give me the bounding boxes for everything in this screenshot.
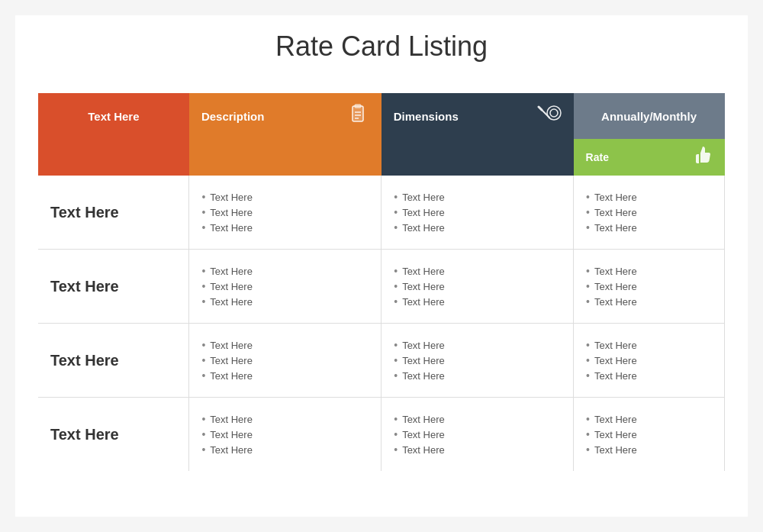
list-item: Text Here: [394, 368, 561, 383]
row-0-name: Text Here: [38, 176, 189, 250]
row-0-rate: Text HereText HereText Here: [574, 176, 725, 250]
row-0-dimensions: Text HereText HereText Here: [382, 176, 574, 250]
list-item: Text Here: [394, 442, 561, 457]
tape-measure-icon: [536, 102, 562, 130]
col2-header-label: Description: [201, 110, 265, 123]
list-item: Text Here: [394, 205, 561, 220]
table-row: Text HereText HereText HereText HereText…: [38, 398, 725, 472]
list-item: Text Here: [394, 189, 561, 205]
list-item: Text Here: [586, 279, 712, 294]
col1-subheader: [38, 139, 189, 176]
col-dimensions-header: Dimensions: [382, 93, 574, 139]
col4-rate-label: Rate: [586, 151, 609, 163]
list-item: Text Here: [394, 263, 561, 279]
list-item: Text Here: [586, 427, 712, 442]
col-name-header: Text Here: [38, 93, 189, 139]
row-1-rate: Text HereText HereText Here: [574, 250, 725, 324]
col-annually-header: Annually/Monthly: [574, 93, 725, 139]
col3-subheader: [382, 139, 574, 176]
row-1-description: Text HereText HereText Here: [189, 250, 382, 324]
page-title: Rate Card Listing: [38, 31, 725, 70]
list-item: Text Here: [201, 220, 369, 235]
table-row: Text HereText HereText HereText HereText…: [38, 176, 725, 250]
list-item: Text Here: [201, 353, 369, 368]
list-item: Text Here: [394, 220, 561, 235]
list-item: Text Here: [586, 220, 712, 235]
col3-header-label: Dimensions: [394, 110, 459, 123]
list-item: Text Here: [586, 263, 712, 279]
thumbsup-icon: [693, 145, 713, 169]
list-item: Text Here: [586, 368, 712, 383]
list-item: Text Here: [201, 279, 369, 294]
list-item: Text Here: [201, 411, 369, 427]
list-item: Text Here: [201, 442, 369, 457]
row-2-name: Text Here: [38, 324, 189, 398]
row-3-dimensions: Text HereText HereText Here: [382, 398, 574, 472]
svg-rect-1: [355, 105, 361, 108]
row-1-dimensions: Text HereText HereText Here: [382, 250, 574, 324]
list-item: Text Here: [201, 263, 369, 279]
list-item: Text Here: [201, 189, 369, 205]
row-2-dimensions: Text HereText HereText Here: [382, 324, 574, 398]
row-1-name: Text Here: [38, 250, 189, 324]
row-3-description: Text HereText HereText Here: [189, 398, 382, 472]
list-item: Text Here: [201, 427, 369, 442]
list-item: Text Here: [394, 411, 561, 427]
col-description-header: Description: [189, 93, 382, 139]
list-item: Text Here: [201, 337, 369, 353]
row-2-rate: Text HereText HereText Here: [574, 324, 725, 398]
list-item: Text Here: [394, 279, 561, 294]
page-wrapper: Rate Card Listing Text Here Description: [15, 15, 748, 517]
list-item: Text Here: [394, 294, 561, 309]
list-item: Text Here: [586, 337, 712, 353]
list-item: Text Here: [586, 411, 712, 427]
svg-rect-0: [353, 106, 363, 121]
row-3-rate: Text HereText HereText Here: [574, 398, 725, 472]
rate-table: Text Here Description: [38, 93, 725, 471]
col-rate-header: Rate: [574, 139, 725, 176]
list-item: Text Here: [586, 205, 712, 220]
clipboard-icon: [346, 102, 369, 130]
list-item: Text Here: [586, 189, 712, 205]
col2-subheader: [189, 139, 382, 176]
list-item: Text Here: [394, 337, 561, 353]
list-item: Text Here: [394, 353, 561, 368]
svg-line-8: [539, 107, 542, 110]
col4-top-header-label: Annually/Monthly: [601, 110, 697, 123]
list-item: Text Here: [201, 205, 369, 220]
table-row: Text HereText HereText HereText HereText…: [38, 324, 725, 398]
list-item: Text Here: [586, 353, 712, 368]
row-2-description: Text HereText HereText Here: [189, 324, 382, 398]
list-item: Text Here: [201, 368, 369, 383]
row-3-name: Text Here: [38, 398, 189, 472]
table-row: Text HereText HereText HereText HereText…: [38, 250, 725, 324]
col1-header-label: Text Here: [88, 110, 139, 123]
list-item: Text Here: [586, 294, 712, 309]
row-0-description: Text HereText HereText Here: [189, 176, 382, 250]
svg-point-6: [550, 109, 558, 117]
list-item: Text Here: [394, 427, 561, 442]
list-item: Text Here: [201, 294, 369, 309]
list-item: Text Here: [586, 442, 712, 457]
